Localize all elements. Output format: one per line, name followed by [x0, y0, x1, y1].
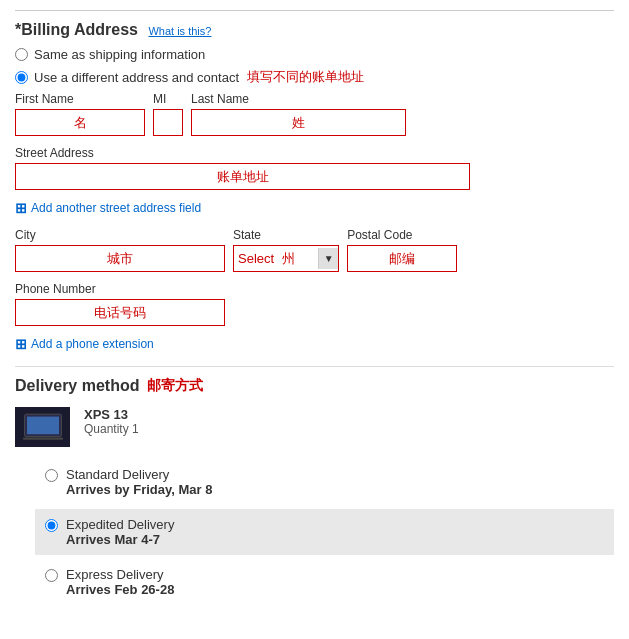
phone-input[interactable]	[15, 299, 225, 326]
delivery-chinese-hint: 邮寄方式	[147, 377, 203, 395]
product-name: XPS 13	[84, 407, 139, 422]
delivery-option-expedited: Expedited Delivery Arrives Mar 4-7	[35, 509, 614, 555]
svg-rect-2	[23, 437, 63, 439]
different-address-radio[interactable]	[15, 71, 28, 84]
add-phone-plus-icon: ⊞	[15, 336, 27, 352]
expedited-delivery-radio[interactable]	[45, 519, 58, 532]
what-is-this-link[interactable]: What is this?	[148, 25, 211, 37]
express-delivery-info: Express Delivery Arrives Feb 26-28	[66, 567, 174, 597]
mi-label: MI	[153, 92, 183, 106]
city-group: City	[15, 228, 225, 272]
street-row: Street Address	[15, 146, 614, 190]
state-dropdown-arrow[interactable]: ▼	[318, 248, 338, 269]
first-name-label: First Name	[15, 92, 145, 106]
delivery-section: Delivery method 邮寄方式 XPS 13 Quantity 1 S…	[15, 377, 614, 605]
same-shipping-radio[interactable]	[15, 48, 28, 61]
expedited-delivery-date: Arrives Mar 4-7	[66, 532, 174, 547]
delivery-title-row: Delivery method 邮寄方式	[15, 377, 614, 395]
city-label: City	[15, 228, 225, 242]
product-row: XPS 13 Quantity 1	[15, 407, 614, 447]
billing-section: *Billing Address What is this? Same as s…	[15, 21, 614, 352]
postal-label: Postal Code	[347, 228, 457, 242]
name-row: First Name MI Last Name	[15, 92, 614, 136]
last-name-group: Last Name	[191, 92, 406, 136]
product-qty: Quantity 1	[84, 422, 139, 436]
expedited-delivery-info: Expedited Delivery Arrives Mar 4-7	[66, 517, 174, 547]
add-phone-link[interactable]: ⊞ Add a phone extension	[15, 336, 614, 352]
state-select-placeholder: Select	[234, 246, 278, 271]
postal-group: Postal Code	[347, 228, 457, 272]
different-address-chinese-hint: 填写不同的账单地址	[247, 68, 364, 86]
same-as-shipping-row: Same as shipping information	[15, 47, 614, 62]
add-street-plus-icon: ⊞	[15, 200, 27, 216]
product-image	[15, 407, 70, 447]
same-shipping-label: Same as shipping information	[34, 47, 205, 62]
standard-delivery-info: Standard Delivery Arrives by Friday, Mar…	[66, 467, 212, 497]
mi-input[interactable]	[153, 109, 183, 136]
different-address-label: Use a different address and contact	[34, 70, 239, 85]
state-group: State Select 州 ▼	[233, 228, 339, 272]
mi-group: MI	[153, 92, 183, 136]
product-info: XPS 13 Quantity 1	[84, 407, 139, 436]
standard-delivery-date: Arrives by Friday, Mar 8	[66, 482, 212, 497]
phone-label: Phone Number	[15, 282, 225, 296]
postal-input[interactable]	[347, 245, 457, 272]
expedited-delivery-label: Expedited Delivery	[66, 517, 174, 532]
different-address-row: Use a different address and contact 填写不同…	[15, 68, 614, 86]
state-select[interactable]: 州	[278, 246, 318, 271]
express-delivery-label: Express Delivery	[66, 567, 174, 582]
state-select-container: Select 州 ▼	[233, 245, 339, 272]
last-name-input[interactable]	[191, 109, 406, 136]
section-divider	[15, 366, 614, 367]
laptop-icon	[23, 413, 63, 441]
standard-delivery-label: Standard Delivery	[66, 467, 212, 482]
delivery-options: Standard Delivery Arrives by Friday, Mar…	[35, 459, 614, 605]
express-delivery-date: Arrives Feb 26-28	[66, 582, 174, 597]
street-label: Street Address	[15, 146, 470, 160]
city-state-postal-row: City State Select 州 ▼ Postal Code	[15, 228, 614, 272]
add-street-link[interactable]: ⊞ Add another street address field	[15, 200, 614, 216]
first-name-input[interactable]	[15, 109, 145, 136]
street-group: Street Address	[15, 146, 470, 190]
express-delivery-radio[interactable]	[45, 569, 58, 582]
street-input[interactable]	[15, 163, 470, 190]
last-name-label: Last Name	[191, 92, 406, 106]
add-phone-label: Add a phone extension	[31, 337, 154, 351]
first-name-group: First Name	[15, 92, 145, 136]
city-input[interactable]	[15, 245, 225, 272]
phone-row: Phone Number	[15, 282, 614, 326]
add-street-label: Add another street address field	[31, 201, 201, 215]
delivery-option-express: Express Delivery Arrives Feb 26-28	[35, 559, 614, 605]
billing-title: *Billing Address What is this?	[15, 21, 614, 39]
phone-group: Phone Number	[15, 282, 225, 326]
standard-delivery-radio[interactable]	[45, 469, 58, 482]
delivery-option-standard: Standard Delivery Arrives by Friday, Mar…	[35, 459, 614, 505]
state-label: State	[233, 228, 339, 242]
svg-rect-1	[27, 417, 59, 435]
delivery-title-text: Delivery method	[15, 377, 139, 395]
